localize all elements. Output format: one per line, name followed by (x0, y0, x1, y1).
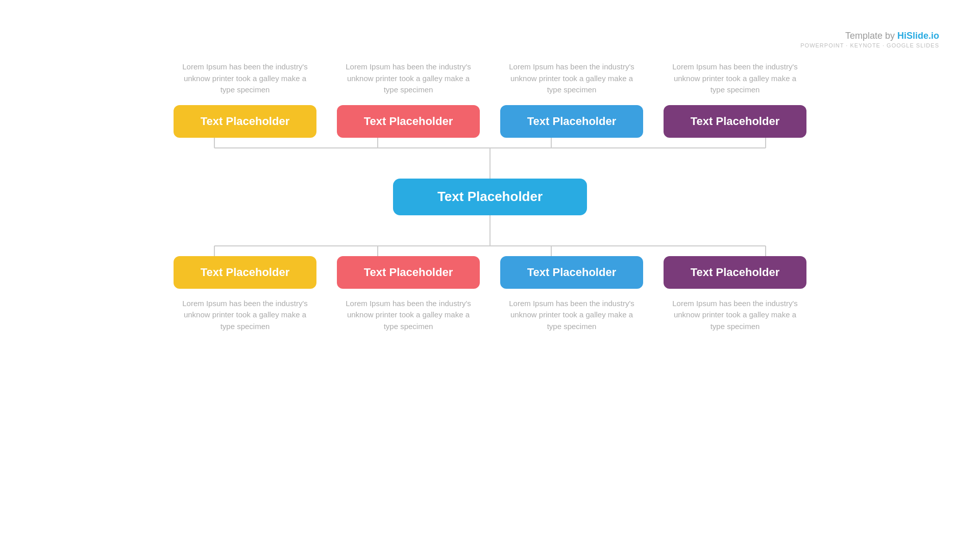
top-node-2-box[interactable]: Text Placeholder (337, 105, 480, 138)
top-node-3-desc: Lorem Ipsum has been the industry's unkn… (505, 61, 638, 96)
bottom-node-1: Text Placeholder Lorem Ipsum has been th… (163, 256, 327, 333)
top-node-3-box[interactable]: Text Placeholder (500, 105, 643, 138)
top-connector (133, 138, 847, 179)
bottom-node-2-box[interactable]: Text Placeholder (337, 256, 480, 289)
top-node-1-desc: Lorem Ipsum has been the industry's unkn… (179, 61, 311, 96)
bottom-node-4-desc: Lorem Ipsum has been the industry's unkn… (669, 298, 801, 333)
top-node-2: Lorem Ipsum has been the industry's unkn… (327, 61, 490, 138)
branding: Template by HiSlide.io POWERPOINT · KEYN… (800, 31, 939, 48)
bottom-node-4-box[interactable]: Text Placeholder (664, 256, 806, 289)
bottom-node-1-box[interactable]: Text Placeholder (174, 256, 316, 289)
branding-subtitle: POWERPOINT · KEYNOTE · GOOGLE SLIDES (800, 42, 939, 48)
center-area: Text Placeholder (393, 179, 587, 215)
center-node-box[interactable]: Text Placeholder (393, 179, 587, 215)
top-node-1: Lorem Ipsum has been the industry's unkn… (163, 61, 327, 138)
top-node-4: Lorem Ipsum has been the industry's unkn… (653, 61, 817, 138)
top-node-4-box[interactable]: Text Placeholder (664, 105, 806, 138)
top-node-1-box[interactable]: Text Placeholder (174, 105, 316, 138)
bottom-node-3: Text Placeholder Lorem Ipsum has been th… (490, 256, 653, 333)
top-row: Lorem Ipsum has been the industry's unkn… (133, 61, 847, 138)
bottom-node-2-desc: Lorem Ipsum has been the industry's unkn… (342, 298, 475, 333)
bottom-node-4: Text Placeholder Lorem Ipsum has been th… (653, 256, 817, 333)
bottom-node-3-box[interactable]: Text Placeholder (500, 256, 643, 289)
top-node-2-desc: Lorem Ipsum has been the industry's unkn… (342, 61, 475, 96)
top-node-4-desc: Lorem Ipsum has been the industry's unkn… (669, 61, 801, 96)
bottom-connector-svg (133, 215, 847, 256)
top-connector-svg (133, 138, 847, 179)
branding-line1: Template by HiSlide.io (800, 31, 939, 41)
top-node-3: Lorem Ipsum has been the industry's unkn… (490, 61, 653, 138)
bottom-node-3-desc: Lorem Ipsum has been the industry's unkn… (505, 298, 638, 333)
bottom-node-1-desc: Lorem Ipsum has been the industry's unkn… (179, 298, 311, 333)
diagram: Lorem Ipsum has been the industry's unkn… (0, 61, 980, 551)
branding-prefix: Template by (845, 31, 897, 41)
branding-link: HiSlide.io (897, 31, 939, 41)
bottom-row: Text Placeholder Lorem Ipsum has been th… (133, 256, 847, 333)
bottom-node-2: Text Placeholder Lorem Ipsum has been th… (327, 256, 490, 333)
bottom-connector (133, 215, 847, 256)
